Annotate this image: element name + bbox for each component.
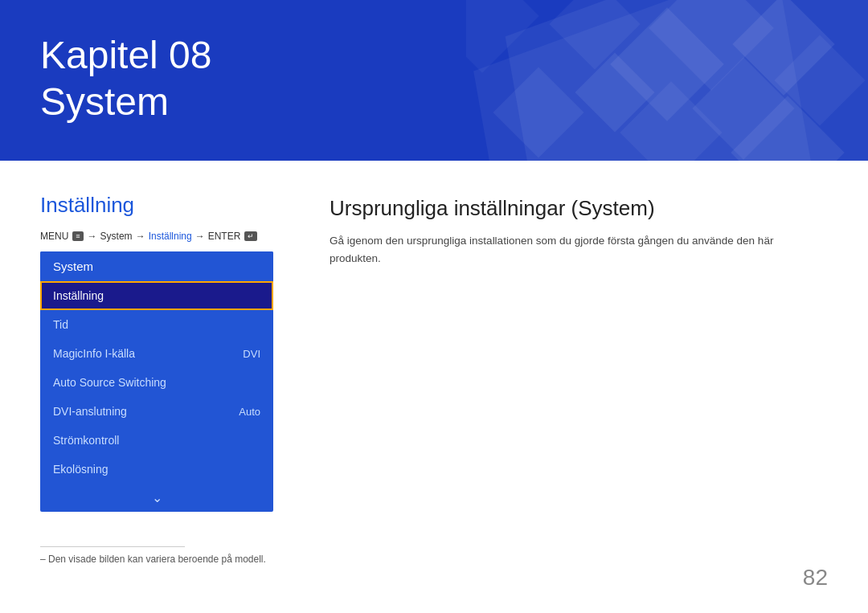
footer-note: – Den visade bilden kan variera beroende… bbox=[40, 546, 266, 565]
footer-divider bbox=[40, 546, 185, 547]
right-column: Ursprungliga inställningar (System) Gå i… bbox=[330, 193, 828, 512]
enter-icon: ↵ bbox=[244, 231, 257, 241]
menu-item-label: DVI-anslutning bbox=[53, 405, 127, 418]
menu-box: System Inställning Tid MagicInfo I-källa… bbox=[40, 251, 273, 512]
header-system: System bbox=[40, 80, 169, 123]
header-title: Kapitel 08 System bbox=[40, 32, 212, 125]
content-title: Ursprungliga inställningar (System) bbox=[330, 196, 828, 221]
left-column: Inställning MENU ≡ → System → Inställnin… bbox=[40, 193, 281, 512]
breadcrumb-sep1: → bbox=[88, 231, 97, 242]
breadcrumb-sep3: → bbox=[195, 231, 205, 242]
menu-item-label: Auto Source Switching bbox=[53, 376, 166, 389]
breadcrumb-enter: ENTER bbox=[208, 231, 241, 242]
chevron-down-icon: ⌄ bbox=[152, 490, 162, 505]
breadcrumb-menu: MENU bbox=[40, 231, 68, 242]
menu-item-label: Tid bbox=[53, 318, 68, 331]
menu-item-tid[interactable]: Tid bbox=[40, 310, 273, 339]
menu-item-dvi-anslutning[interactable]: DVI-anslutning Auto bbox=[40, 397, 273, 426]
header-banner: Kapitel 08 System bbox=[0, 0, 868, 161]
page-number: 82 bbox=[803, 565, 828, 591]
breadcrumb-system: System bbox=[100, 231, 133, 242]
menu-item-installning[interactable]: Inställning bbox=[40, 281, 273, 310]
section-title: Inställning bbox=[40, 193, 281, 218]
menu-item-label: MagicInfo I-källa bbox=[53, 347, 135, 360]
menu-item-label: Strömkontroll bbox=[53, 434, 119, 447]
footer-text: – Den visade bilden kan variera beroende… bbox=[40, 554, 266, 565]
menu-chevron[interactable]: ⌄ bbox=[40, 484, 273, 512]
diamond-pattern bbox=[466, 0, 868, 161]
breadcrumb-active: Inställning bbox=[149, 231, 192, 242]
menu-item-value: Auto bbox=[239, 406, 260, 418]
menu-icon: ≡ bbox=[72, 231, 83, 241]
menu-item-auto-source[interactable]: Auto Source Switching bbox=[40, 368, 273, 397]
menu-item-stromkontroll[interactable]: Strömkontroll bbox=[40, 426, 273, 455]
header-chapter: Kapitel 08 bbox=[40, 34, 212, 76]
content-description: Gå igenom den ursprungliga installatione… bbox=[330, 232, 780, 267]
menu-item-value: DVI bbox=[243, 348, 260, 360]
breadcrumb-sep2: → bbox=[136, 231, 145, 242]
menu-header: System bbox=[40, 251, 273, 281]
menu-item-label: Ekolösning bbox=[53, 463, 108, 476]
menu-item-label: Inställning bbox=[53, 289, 104, 302]
breadcrumb: MENU ≡ → System → Inställning → ENTER ↵ bbox=[40, 231, 281, 242]
menu-item-ekolosning[interactable]: Ekolösning bbox=[40, 455, 273, 484]
main-content: Inställning MENU ≡ → System → Inställnin… bbox=[0, 161, 868, 544]
menu-item-magicinfo[interactable]: MagicInfo I-källa DVI bbox=[40, 339, 273, 368]
menu-header-label: System bbox=[53, 260, 93, 273]
